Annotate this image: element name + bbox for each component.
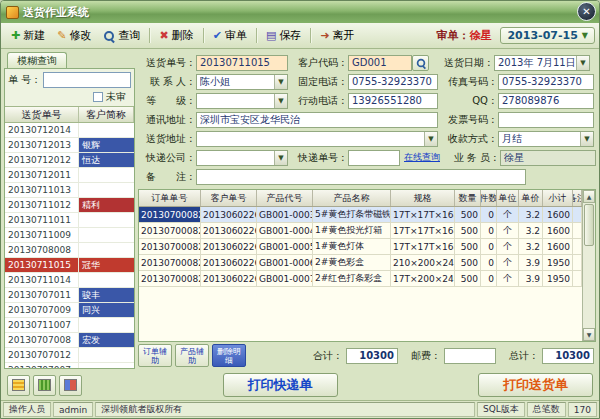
date-picker[interactable]: 2013-07-15 ▼ xyxy=(500,27,595,44)
shortcut-button-2[interactable] xyxy=(33,375,56,396)
scroll-down-icon[interactable]: ▼ xyxy=(583,328,595,341)
delete-detail-button[interactable]: 删除明细 xyxy=(212,344,246,367)
express-company-label: 快递公司： xyxy=(140,151,196,165)
print-express-button[interactable]: 打印快递单 xyxy=(223,373,338,397)
express-company-field[interactable]: ▼ xyxy=(196,150,288,166)
order-no-input[interactable] xyxy=(43,72,131,88)
chevron-down-icon[interactable]: ▼ xyxy=(424,132,437,146)
list-item[interactable]: 20130708008 xyxy=(5,243,134,258)
mobile-field[interactable]: 13926551280 xyxy=(348,93,438,109)
scrollbar-track[interactable] xyxy=(583,247,595,328)
list-item[interactable]: 20130707007 xyxy=(5,363,134,368)
toolbar: ✚新建✎修改查询✖删除✔审单▤保存➜离开 审单： 徐星 2013-07-15 ▼ xyxy=(1,23,599,49)
detail-grid: 订单单号客户单号产品代号产品名称规格数量件数单位单价小计备注 201307000… xyxy=(138,189,596,342)
table-cell: 3.9 xyxy=(519,271,543,286)
chevron-down-icon[interactable]: ▼ xyxy=(580,132,593,146)
list-item[interactable]: 20130712013银辉 xyxy=(5,138,134,153)
list-item[interactable]: 20130711007 xyxy=(5,318,134,333)
salesman-field[interactable]: 徐星 xyxy=(500,150,596,166)
table-cell: GB001-0004 xyxy=(257,223,313,238)
toolbar-edit-button[interactable]: ✎修改 xyxy=(51,25,97,46)
customer-cell: 恒达 xyxy=(79,153,134,167)
chevron-down-icon[interactable]: ▼ xyxy=(274,151,287,165)
invoice-no-label: 发票号码： xyxy=(442,113,498,127)
grid-body[interactable]: 201307000822013060226GB001-00035#黄色打条带磁铁… xyxy=(139,207,582,341)
customer-cell xyxy=(79,123,134,137)
grid-vertical-scrollbar[interactable]: ▲ ▼ xyxy=(582,190,595,341)
tel-field[interactable]: 0755-32923370 xyxy=(348,74,438,90)
list-item[interactable]: 20130707009同兴 xyxy=(5,303,134,318)
delete-icon: ✖ xyxy=(159,30,168,41)
list-item[interactable]: 20130711015冠华 xyxy=(5,258,134,273)
toolbar-exit-button[interactable]: ➜离开 xyxy=(314,25,360,46)
list-item[interactable]: 20130711014 xyxy=(5,273,134,288)
table-cell: 个 xyxy=(497,223,519,238)
scroll-up-icon[interactable]: ▲ xyxy=(583,190,595,203)
list-item[interactable]: 20130711011 xyxy=(5,213,134,228)
list-item[interactable]: 20130712014 xyxy=(5,123,134,138)
customer-lookup-button[interactable] xyxy=(412,55,429,71)
unaudited-checkbox[interactable] xyxy=(93,92,103,102)
table-cell: 17T×17T×168 xyxy=(391,207,455,222)
postage-label: 邮费： xyxy=(411,349,441,363)
table-row[interactable]: 201307000822013060226GB001-00041#黄色投光灯箱1… xyxy=(139,223,582,239)
table-cell: 3.2 xyxy=(519,239,543,254)
list-item[interactable]: 20130712011 xyxy=(5,168,134,183)
print-delivery-button[interactable]: 打印送货单 xyxy=(478,373,593,397)
list-item[interactable]: 20130707008宏发 xyxy=(5,333,134,348)
postage-input[interactable] xyxy=(444,348,496,364)
scrollbar-thumb[interactable] xyxy=(584,204,594,246)
toolbar-save-button[interactable]: ▤保存 xyxy=(260,25,307,46)
table-row[interactable]: 201307000822013060226GB001-00051#黄色灯体17T… xyxy=(139,239,582,255)
list-item[interactable]: 20130711013 xyxy=(5,183,134,198)
qq-field[interactable]: 278089876 xyxy=(498,93,594,109)
chevron-down-icon[interactable]: ▼ xyxy=(576,56,589,70)
express-no-field[interactable] xyxy=(348,150,400,166)
list-item[interactable]: 20130707011骏丰 xyxy=(5,288,134,303)
delivery-no-cell: 20130712013 xyxy=(5,138,79,152)
table-row[interactable]: 201307000822013060226GB001-00062#黄色彩盒210… xyxy=(139,255,582,271)
contact-field[interactable]: 陈小姐▼ xyxy=(196,74,288,90)
delivery-no-field[interactable]: 20130711015 xyxy=(196,55,288,71)
list-item[interactable]: 20130712012恒达 xyxy=(5,153,134,168)
delivery-no-cell: 20130712012 xyxy=(5,153,79,167)
shortcut-button-1[interactable] xyxy=(7,375,30,396)
toolbar-new-button[interactable]: ✚新建 xyxy=(5,25,51,46)
fuzzy-query-tab[interactable]: 模糊查询 xyxy=(7,52,67,68)
status-segment: 操作人员 xyxy=(3,402,51,417)
delivery-form: 送货单号： 20130711015 客户代码： GD001 送货日期： 2013… xyxy=(138,52,596,189)
close-button[interactable]: ✕ xyxy=(577,2,596,21)
chevron-down-icon[interactable]: ▼ xyxy=(274,75,287,89)
list-item[interactable]: 20130711012精利 xyxy=(5,198,134,213)
shortcut-button-3[interactable] xyxy=(59,375,82,396)
table-row[interactable]: 201307000822013060226GB001-00035#黄色打条带磁铁… xyxy=(139,207,582,223)
table-row[interactable]: 201307000822013060226GB001-00072#红色打条彩盒1… xyxy=(139,271,582,287)
toolbar-delete-button[interactable]: ✖删除 xyxy=(153,25,199,46)
customer-code-value: GD001 xyxy=(352,57,408,68)
fax-field[interactable]: 0755-32923370 xyxy=(498,74,594,90)
product-assist-button[interactable]: 产品辅助 xyxy=(175,344,209,367)
status-segment: 深圳领航者版权所有 xyxy=(95,402,475,417)
delivery-no-cell: 20130707008 xyxy=(5,333,79,347)
form-row-7: 备 注： xyxy=(140,168,594,185)
chevron-down-icon[interactable]: ▼ xyxy=(274,94,287,108)
order-assist-button[interactable]: 订单辅助 xyxy=(138,344,172,367)
customer-code-field[interactable]: GD001 xyxy=(348,55,412,71)
toolbar-query-button[interactable]: 查询 xyxy=(97,25,146,46)
express-no-label: 快递单号： xyxy=(292,151,348,165)
delivery-address-field[interactable]: ▼ xyxy=(196,131,438,147)
comm-address-field[interactable]: 深圳市宝安区龙华民治 xyxy=(196,112,438,128)
list-item[interactable]: 20130711009 xyxy=(5,228,134,243)
delivery-list-body[interactable]: 2013071201420130712013银辉20130712012恒达201… xyxy=(5,123,134,368)
payment-field[interactable]: 月结▼ xyxy=(498,131,594,147)
table-cell: 1600 xyxy=(543,239,573,254)
online-query-link[interactable]: 在线查询 xyxy=(404,151,440,164)
list-item[interactable]: 20130707012 xyxy=(5,348,134,363)
remark-field[interactable] xyxy=(196,169,526,185)
delivery-date-field[interactable]: 2013年 7月11日▼ xyxy=(494,55,590,71)
table-cell: 个 xyxy=(497,255,519,270)
titlebar[interactable]: 送货作业系统 ✕ xyxy=(1,1,599,23)
grade-field[interactable]: ▼ xyxy=(196,93,288,109)
invoice-no-field[interactable] xyxy=(498,112,594,128)
toolbar-audit-button[interactable]: ✔审单 xyxy=(207,25,253,46)
